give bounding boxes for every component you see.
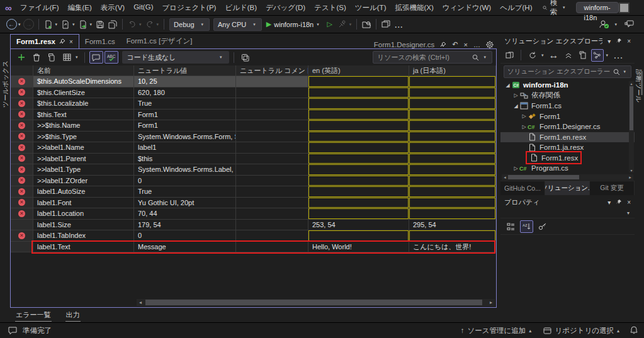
scroll-right-arrow-icon[interactable]: ▸ (487, 300, 495, 305)
menu-item[interactable]: 拡張機能(X) (390, 1, 438, 15)
cell-name[interactable]: $this.ClientSize (33, 87, 134, 99)
cell-en[interactable] (308, 87, 409, 99)
attach-to-process-button[interactable] (336, 18, 349, 31)
cell-neutral-value[interactable]: 70, 44 (134, 208, 236, 220)
row-header-cell[interactable]: × (11, 142, 33, 154)
cell-neutral-comment[interactable] (236, 176, 308, 187)
show-comments-toggle[interactable] (89, 51, 103, 64)
cell-name[interactable]: label1.Location (33, 208, 134, 220)
configuration-dropdown[interactable]: Debug▾ (169, 18, 210, 31)
redo-button[interactable] (144, 18, 156, 31)
panel-tab[interactable]: 出力 (65, 309, 81, 322)
cell-name[interactable]: label1.Size (33, 220, 134, 231)
feedback-icon[interactable] (623, 18, 635, 31)
tree-item--[interactable]: ▷依存関係 (500, 91, 635, 101)
cell-ja[interactable] (409, 110, 496, 121)
cell-neutral-value[interactable]: 0 (134, 176, 236, 187)
cell-neutral-value[interactable]: $this (134, 154, 236, 165)
table-row[interactable]: ×$this.TextForm1 (11, 110, 496, 121)
resource-search-box[interactable]: リソースの検索 (Ctrl+I) ▾ (373, 51, 492, 64)
chevron-down-icon[interactable]: ▾ (76, 55, 78, 60)
cell-neutral-comment[interactable] (236, 164, 308, 176)
table-row[interactable]: ×>>label1.Parent$this (11, 154, 496, 165)
diagnostics-collapsed-strip[interactable]: 診断ツール (635, 33, 644, 308)
cell-neutral-comment[interactable] (236, 242, 308, 253)
undo-button[interactable] (126, 18, 138, 31)
table-row[interactable]: ×label1.Location70, 44 (11, 208, 496, 220)
property-pages-button[interactable] (536, 220, 549, 233)
cell-name[interactable]: label1.Font (33, 198, 134, 209)
row-header-cell[interactable]: × (11, 198, 33, 209)
cell-en[interactable] (308, 132, 409, 143)
row-header-cell[interactable] (11, 220, 33, 231)
platform-dropdown[interactable]: Any CPU▾ (213, 18, 262, 31)
cell-neutral-comment[interactable] (236, 76, 308, 87)
row-header-cell[interactable]: × (11, 154, 33, 165)
expander-expanded-icon[interactable]: ◢ (512, 103, 519, 109)
table-row[interactable]: ×>>$this.NameForm1 (11, 120, 496, 132)
grid-header-en[interactable]: en (英語) (308, 65, 409, 76)
table-row[interactable]: ×$this.AutoScaleDimensions10, 25 (11, 76, 496, 87)
chevron-down-icon[interactable]: ▾ (18, 22, 21, 27)
title-search-box[interactable]: 検索 ▾ (543, 0, 567, 17)
cell-ja[interactable] (409, 176, 496, 187)
refresh-button[interactable] (526, 49, 539, 62)
cell-name[interactable]: $this.Text (33, 110, 134, 121)
cell-ja[interactable]: こんにちは、世界! (409, 242, 496, 253)
cell-name[interactable]: >>label1.Type (33, 164, 134, 176)
pin-icon[interactable] (616, 199, 622, 205)
cell-ja[interactable] (409, 186, 496, 198)
close-icon[interactable]: × (464, 41, 468, 48)
cell-neutral-value[interactable]: Yu Gothic UI, 20pt (134, 198, 236, 209)
cell-neutral-comment[interactable] (236, 208, 308, 220)
menu-item[interactable]: プロジェクト(P) (157, 1, 220, 15)
document-tab[interactable]: Form1.cs [デザイン] (121, 34, 198, 48)
cell-neutral-value[interactable]: True (134, 98, 236, 110)
cell-en[interactable] (308, 98, 409, 110)
cell-neutral-value[interactable]: Message (134, 242, 236, 253)
cell-neutral-comment[interactable] (236, 154, 308, 165)
expander-collapsed-icon[interactable]: ▷ (512, 93, 519, 98)
gear-icon[interactable] (486, 41, 494, 48)
cell-name[interactable]: >>label1.Name (33, 142, 134, 154)
cell-neutral-value[interactable]: 179, 54 (134, 220, 236, 231)
menu-item[interactable]: 表示(V) (96, 1, 129, 15)
new-file-button[interactable] (42, 18, 55, 31)
table-row[interactable]: label1.TextMessageHello, World!こんにちは、世界! (11, 242, 496, 253)
cell-ja[interactable] (409, 76, 496, 87)
cell-neutral-comment[interactable] (236, 110, 308, 121)
cell-name[interactable]: label1.AutoSize (33, 186, 134, 198)
start-without-debugging-button[interactable]: ▷ (324, 18, 336, 31)
tree-item-form1-resx[interactable]: Form1.resx (500, 153, 635, 164)
start-debugging-button[interactable]: ▶ winform-i18n ▾ (266, 20, 321, 28)
cell-en[interactable] (308, 142, 409, 154)
scroll-left-arrow-icon[interactable]: ◂ (502, 175, 508, 180)
se-overflow-button[interactable]: … (612, 49, 624, 62)
restore-document-icon[interactable]: ↶ (452, 40, 458, 48)
table-row[interactable]: ×$this.LocalizableTrue (11, 98, 496, 110)
scrollbar-thumb[interactable] (145, 300, 482, 305)
cell-name[interactable]: >>label1.Parent (33, 154, 134, 165)
pin-icon[interactable] (59, 38, 65, 45)
cell-name[interactable]: $this.Localizable (33, 98, 134, 110)
cell-ja[interactable] (409, 132, 496, 143)
window-layout-button[interactable] (380, 18, 392, 31)
cell-neutral-value[interactable]: System.Windows.Forms.Form, Sys... (134, 132, 236, 143)
cell-ja[interactable] (409, 164, 496, 176)
open-with-button[interactable] (239, 51, 252, 64)
properties-object-combobox[interactable]: ▾ (500, 208, 635, 218)
tree-item-program-cs[interactable]: ▷C#Program.cs (500, 163, 635, 174)
row-header-cell[interactable]: × (11, 132, 33, 143)
table-row[interactable]: ×$this.ClientSize620, 180 (11, 87, 496, 99)
scrollbar-thumb[interactable] (508, 175, 579, 179)
editor-horizontal-scrollbar[interactable]: ◂ ▸ (137, 299, 495, 306)
row-header-cell[interactable]: × (11, 186, 33, 198)
feedback-message-icon[interactable] (6, 324, 19, 337)
close-icon[interactable]: × (627, 199, 631, 206)
menu-item[interactable]: ヘルプ(H) (495, 1, 536, 15)
tree-item-form1-ja-resx[interactable]: Form1.ja.resx (500, 142, 635, 153)
panel-tab--[interactable]: ソリューション... (545, 181, 590, 195)
cell-neutral-value[interactable]: 10, 25 (134, 76, 236, 87)
expander-collapsed-icon[interactable]: ▷ (521, 124, 528, 130)
navigate-forward-button[interactable]: → (23, 18, 35, 31)
